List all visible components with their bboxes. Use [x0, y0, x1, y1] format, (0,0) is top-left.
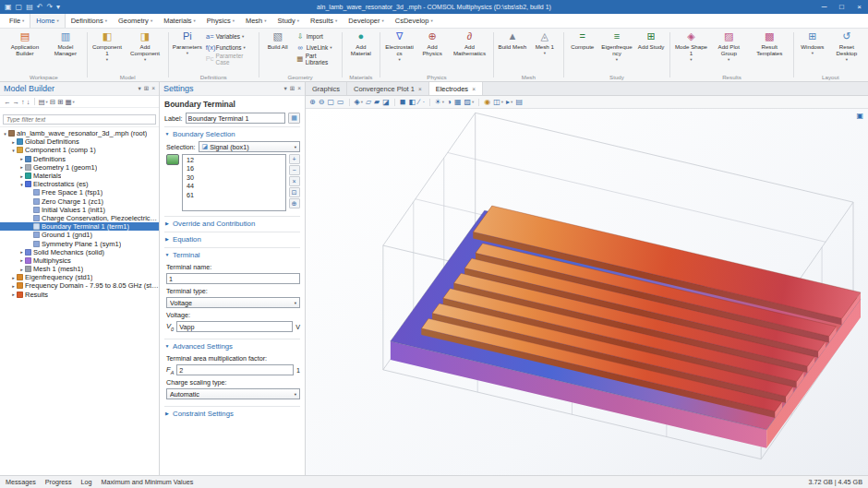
result-templates-button[interactable]: ▩Result Templates	[749, 30, 790, 57]
mesh-1-button[interactable]: ◬Mesh 1▾	[529, 30, 561, 57]
variables-button[interactable]: a=Variables▾	[204, 31, 256, 42]
add-component-button[interactable]: ◨Add Component▾	[125, 30, 165, 64]
reset-desktop-button[interactable]: ↺Reset Desktop▾	[829, 30, 864, 64]
close-button[interactable]: ×	[850, 0, 868, 14]
save-icon[interactable]: ▤	[26, 0, 33, 14]
tree-item-definitions[interactable]: ▸Definitions	[0, 155, 159, 163]
tree-item-charge-conservation-piezoelectric-1-ccp1[interactable]: Charge Conservation, Piezoelectric 1 (cc…	[0, 214, 159, 222]
go-to-default-view-button[interactable]: ◈▾	[355, 98, 363, 106]
terminal-type-dropdown[interactable]: Voltage ▾	[166, 297, 300, 308]
tree-item-symmetry-plane-1-sym1[interactable]: Symmetry Plane 1 (sym1)	[0, 239, 159, 247]
label-input[interactable]	[186, 113, 285, 124]
wireframe-button[interactable]: ▦	[454, 98, 462, 106]
parameters-button[interactable]: PiParameters▾	[172, 30, 203, 57]
menu-csdevelop[interactable]: CsDevelop▾	[390, 13, 439, 28]
component-1-button[interactable]: ◧Component 1▾	[90, 30, 125, 64]
customize-toolbar-icon[interactable]: ▾	[56, 0, 60, 14]
advanced-settings-header[interactable]: ▼ Advanced Settings	[164, 340, 300, 351]
electrostatics-button[interactable]: ∇Electrostatics▾	[383, 30, 416, 64]
terminal-name-input[interactable]	[166, 273, 300, 284]
status-tab-progress[interactable]: Progress	[45, 478, 72, 486]
mode-shape-1-button[interactable]: ◈Mode Shape 1▾	[673, 30, 709, 64]
build-all-button[interactable]: ▧Build All	[262, 30, 294, 51]
expand-closed-icon[interactable]: ▸	[10, 139, 17, 145]
menu-geometry[interactable]: Geometry▾	[113, 13, 158, 28]
menu-developer[interactable]: Developer▾	[343, 13, 389, 28]
redo-icon[interactable]: ↷	[46, 0, 53, 14]
float-panel-icon[interactable]: ⊞	[144, 85, 149, 92]
expand-closed-icon[interactable]: ▸	[18, 156, 25, 161]
close-panel-icon[interactable]: ×	[151, 85, 155, 92]
nav-forward-button[interactable]: →	[13, 98, 20, 106]
menu-study[interactable]: Study▾	[272, 13, 305, 28]
tree-item-electrostatics-es[interactable]: ▾Electrostatics (es)	[0, 180, 159, 188]
status-tab-maximum-and-minimum-values[interactable]: Maximum and Minimum Values	[102, 478, 194, 486]
status-tab-messages[interactable]: Messages	[6, 478, 36, 486]
remove-from-selection-button[interactable]: −	[289, 165, 300, 175]
selection-list-item[interactable]: 44	[183, 182, 285, 190]
override-header[interactable]: ▶ Override and Contribution	[164, 218, 300, 229]
add-study-button[interactable]: ⊞Add Study	[635, 30, 667, 51]
application-builder-button[interactable]: ▤Application Builder	[4, 30, 46, 57]
zoom-extents-button[interactable]: ▢	[327, 98, 334, 106]
expand-closed-icon[interactable]: ▸	[18, 164, 25, 170]
selection-list-item[interactable]: 16	[183, 164, 285, 173]
lock-view-button[interactable]: ◉	[484, 98, 490, 106]
active-selection-toggle[interactable]	[166, 154, 179, 165]
part-libraries-button[interactable]: ▦Part Libraries	[295, 54, 339, 64]
selection-dropdown[interactable]: ◪ Signal (box1) ▾	[199, 141, 300, 152]
filter-input[interactable]	[3, 114, 156, 125]
tree-item-global-definitions[interactable]: ▸Global Definitions	[0, 137, 159, 146]
tree-item-ground-1-gnd1[interactable]: Ground 1 (gnd1)	[0, 231, 159, 239]
tree-item-multiphysics[interactable]: ▸Multiphysics	[0, 256, 159, 265]
collapse-all-button[interactable]: ⊟	[50, 98, 55, 106]
open-file-icon[interactable]: ▢	[16, 0, 23, 14]
undo-icon[interactable]: ↶	[37, 0, 43, 14]
add-mathematics-button[interactable]: ∂Add Mathematics	[449, 30, 490, 57]
tree-item-geometry-1-geom1[interactable]: ▸Geometry 1 (geom1)	[0, 163, 159, 172]
tree-item-aln-lamb-wave-resonator-3d-mph-root[interactable]: ▾aln_lamb_wave_resonator_3d_.mph (root)	[0, 129, 159, 137]
expand-closed-icon[interactable]: ▸	[10, 275, 17, 280]
menu-home[interactable]: Home▾	[30, 13, 65, 28]
color-table-button[interactable]: ▨▾	[464, 98, 474, 106]
expand-closed-icon[interactable]: ▸	[10, 283, 17, 289]
minimize-button[interactable]: ─	[815, 0, 833, 14]
selection-list-item[interactable]: 61	[183, 191, 285, 199]
app-icon[interactable]: ▣	[5, 0, 12, 14]
tree-item-frequency-domain-7-95-to-8-05-ghz-std2[interactable]: ▸Frequency Domain - 7.95 to 8.05 GHz (st…	[0, 281, 159, 290]
windows-button[interactable]: ⊞Windows▾	[797, 30, 828, 57]
selection-list-item[interactable]: 30	[183, 173, 285, 182]
add-to-selection-button[interactable]: +	[289, 154, 300, 164]
close-panel-icon[interactable]: ×	[297, 85, 301, 92]
tab-electrodes[interactable]: Electrodes×	[429, 82, 483, 95]
selection-list-item[interactable]: 12	[183, 156, 285, 164]
tree-item-zero-charge-1-zc1[interactable]: Zero Charge 1 (zc1)	[0, 197, 159, 206]
go-to-yz-view-button[interactable]: ▰	[374, 98, 380, 106]
copy-selection-button[interactable]: ⊡	[289, 187, 300, 197]
tab-convergence-plot-1[interactable]: Convergence Plot 1×	[347, 82, 429, 95]
boundary-selection-header[interactable]: ▼ Boundary Selection	[164, 128, 300, 139]
nav-up-button[interactable]: ↑	[21, 98, 25, 106]
print-button[interactable]: ▤	[515, 98, 523, 106]
import-button[interactable]: ⇩Import	[295, 31, 339, 42]
close-tab-icon[interactable]: ×	[418, 86, 422, 92]
status-tab-log[interactable]: Log	[81, 478, 92, 486]
compute-button[interactable]: =Compute	[567, 30, 598, 51]
expand-closed-icon[interactable]: ▸	[18, 173, 25, 179]
menu-definitions[interactable]: Definitions▾	[66, 13, 113, 28]
build-mesh-button[interactable]: ▲Build Mesh	[497, 30, 528, 51]
menu-mesh[interactable]: Mesh▾	[240, 13, 272, 28]
expand-closed-icon[interactable]: ▸	[18, 249, 25, 255]
tree-item-boundary-terminal-1-term1[interactable]: Boundary Terminal 1 (term1)	[0, 222, 159, 231]
menu-file[interactable]: File▾	[4, 13, 30, 28]
transparency-button[interactable]: ◑	[447, 98, 452, 106]
tree-item-results[interactable]: ▸Results	[0, 291, 159, 299]
boundary-selection-list[interactable]: 1216304461	[182, 154, 286, 211]
show-options-button[interactable]: ▤▾	[39, 98, 48, 106]
panel-menu-icon[interactable]: ▾	[138, 85, 140, 92]
expand-open-icon[interactable]: ▾	[2, 131, 8, 137]
tree-item-component-1-comp-1[interactable]: ▾Component 1 (comp 1)	[0, 146, 159, 154]
menu-materials[interactable]: Materials▾	[158, 13, 201, 28]
float-panel-icon[interactable]: ⊞	[290, 85, 295, 92]
image-snapshot-button[interactable]: ◫▾	[493, 98, 503, 106]
